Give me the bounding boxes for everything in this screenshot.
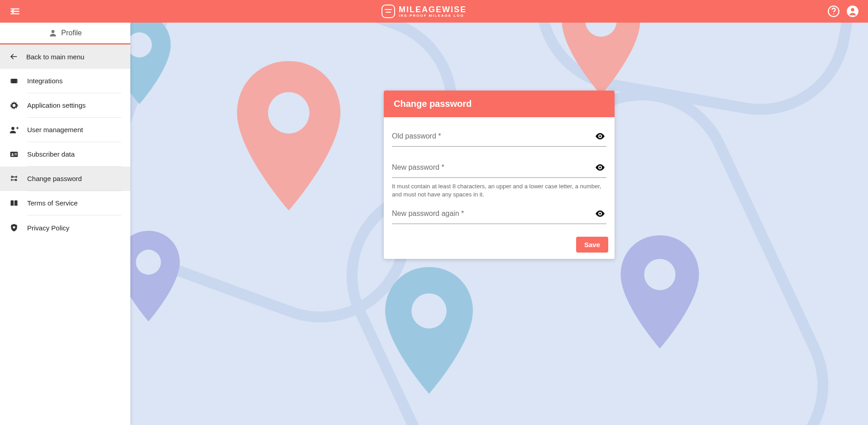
svg-point-38 <box>599 213 601 215</box>
sidebar-item-change-password[interactable]: Change password <box>0 167 130 191</box>
svg-rect-10 <box>10 80 11 80</box>
account-button[interactable] <box>846 5 859 18</box>
svg-rect-14 <box>17 81 18 81</box>
brand-tagline: IRS-PROOF MILEAGE LOG <box>399 14 467 18</box>
change-password-card: Change password Old password * New passw… <box>384 91 615 259</box>
svg-point-7 <box>52 30 55 33</box>
id-card-icon <box>9 150 19 159</box>
sidebar-item-label: Change password <box>27 175 82 182</box>
svg-point-37 <box>599 167 601 168</box>
sidebar-item-label: Privacy Policy <box>27 224 69 232</box>
toggle-visibility-old[interactable] <box>594 131 606 144</box>
sidebar-item-label: User management <box>27 126 83 134</box>
save-button[interactable]: Save <box>576 237 608 253</box>
app-logo: MILEAGEWISE IRS-PROOF MILEAGE LOG <box>382 5 467 18</box>
map-pin-icon <box>230 61 348 210</box>
svg-point-35 <box>644 259 675 290</box>
card-title: Change password <box>384 91 615 117</box>
gear-icon <box>9 101 19 110</box>
user-management-icon <box>9 125 19 134</box>
map-pin-icon <box>379 267 479 394</box>
profile-icon <box>48 29 57 38</box>
svg-rect-11 <box>10 81 11 81</box>
help-button[interactable] <box>827 5 840 18</box>
sidebar-item-terms-of-service[interactable]: Terms of Service <box>0 191 130 215</box>
password-hint: It must contain at least 8 characters, a… <box>392 182 606 198</box>
svg-point-29 <box>13 226 15 229</box>
key-icon <box>9 174 19 183</box>
svg-point-16 <box>11 127 14 130</box>
app-header: MILEAGEWISE IRS-PROOF MILEAGE LOG <box>0 0 868 23</box>
svg-point-20 <box>12 153 13 155</box>
logo-icon <box>382 5 395 18</box>
content-area: Change password Old password * New passw… <box>130 23 868 425</box>
svg-point-36 <box>599 135 601 137</box>
svg-point-4 <box>833 14 834 14</box>
sidebar-title: Profile <box>61 29 81 37</box>
new-password-label: New password * <box>392 163 594 174</box>
svg-rect-13 <box>17 80 18 80</box>
sidebar-item-label: Application settings <box>27 101 86 109</box>
svg-point-6 <box>851 8 854 11</box>
old-password-field[interactable]: Old password * <box>392 131 606 147</box>
brand-name: MILEAGEWISE <box>399 5 467 14</box>
sidebar-item-subscriber-data[interactable]: Subscriber data <box>0 142 130 167</box>
svg-rect-15 <box>17 82 18 82</box>
shield-icon <box>9 223 19 232</box>
eye-icon <box>595 208 606 219</box>
svg-rect-19 <box>10 152 18 157</box>
back-to-main-menu[interactable]: Back to main menu <box>0 44 130 69</box>
sidebar-menu: Integrations Application settings User m… <box>0 69 130 240</box>
old-password-label: Old password * <box>392 132 594 143</box>
svg-point-31 <box>268 92 309 134</box>
sidebar-item-privacy-policy[interactable]: Privacy Policy <box>0 215 130 240</box>
map-pin-icon <box>615 235 705 349</box>
collapse-sidebar-button[interactable] <box>9 5 21 17</box>
sidebar-header: Profile <box>0 23 130 44</box>
map-pin-icon <box>556 23 646 95</box>
svg-point-33 <box>411 293 447 329</box>
svg-rect-9 <box>11 79 17 83</box>
toggle-visibility-again[interactable] <box>594 208 606 222</box>
toggle-visibility-new[interactable] <box>594 162 606 176</box>
new-password-again-label: New password again * <box>392 210 594 220</box>
sidebar-item-label: Subscriber data <box>27 150 75 158</box>
svg-point-32 <box>136 250 161 275</box>
svg-rect-21 <box>14 153 17 154</box>
sidebar-item-integrations[interactable]: Integrations <box>0 69 130 93</box>
book-icon <box>9 199 19 208</box>
svg-rect-12 <box>10 82 11 82</box>
map-pin-icon <box>130 231 185 321</box>
sidebar-item-label: Integrations <box>27 77 62 85</box>
sidebar: Profile Back to main menu Integrations A… <box>0 23 130 425</box>
new-password-field[interactable]: New password * <box>392 162 606 178</box>
back-label: Back to main menu <box>26 53 84 61</box>
sidebar-item-application-settings[interactable]: Application settings <box>0 93 130 118</box>
arrow-back-icon <box>9 52 18 61</box>
sidebar-item-label: Terms of Service <box>27 199 78 207</box>
map-pin-icon <box>130 23 176 104</box>
new-password-again-field[interactable]: New password again * <box>392 208 606 224</box>
eye-icon <box>595 131 606 142</box>
svg-rect-22 <box>14 154 17 155</box>
eye-icon <box>595 162 606 173</box>
sidebar-item-user-management[interactable]: User management <box>0 118 130 142</box>
integrations-icon <box>9 76 19 86</box>
